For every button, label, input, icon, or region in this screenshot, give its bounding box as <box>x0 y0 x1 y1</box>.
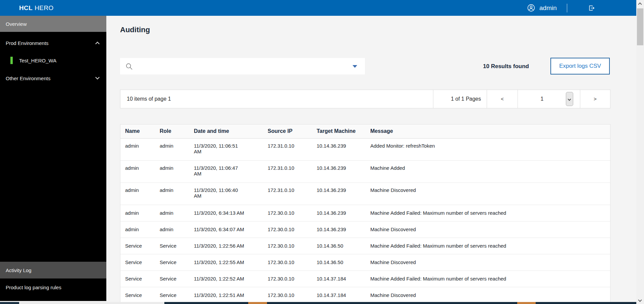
table-cell: Service <box>155 238 189 254</box>
search-input[interactable] <box>132 58 353 74</box>
sidebar-item-product-log-parsing-rules[interactable]: Product log parsing rules <box>0 278 106 296</box>
table-row: adminadmin11/3/2020, 11:06:47 AM172.31.0… <box>120 160 610 183</box>
table-cell: 11/3/2020, 11:06:47 AM <box>189 160 263 183</box>
sidebar-item-label: Prod Environments <box>6 40 49 46</box>
table-cell: Machine Discovered <box>366 183 610 205</box>
table-row: ServiceService11/3/2020, 1:22:51 AM172.3… <box>120 287 610 302</box>
items-of-page-text: 10 items of page 1 <box>120 90 433 108</box>
footer-strip-orange <box>517 302 536 304</box>
table-cell: 10.14.37.184 <box>312 270 366 287</box>
table-cell: Machine Discovered <box>366 221 610 238</box>
sidebar-item-other-environments[interactable]: Other Environments <box>0 71 106 86</box>
username[interactable]: admin <box>539 4 557 12</box>
pagination-bar: 10 items of page 1 1 of 1 Pages < 1 > <box>120 90 610 108</box>
column-header: Name <box>120 124 155 138</box>
scrollbar-thumb[interactable] <box>637 8 643 45</box>
audit-table-body: adminadmin11/3/2020, 11:06:51 AM172.31.0… <box>120 138 610 302</box>
sidebar-item-label: Test_HERO_WA <box>19 58 56 63</box>
column-header: Role <box>155 124 189 138</box>
table-cell: admin <box>120 221 155 238</box>
table-cell: 11/3/2020, 1:22:51 AM <box>189 287 263 302</box>
table-cell: 172.30.0.10 <box>263 205 312 221</box>
footer-strip-navy <box>164 302 248 304</box>
table-cell: admin <box>155 205 189 221</box>
sidebar-item-overview[interactable]: Overview <box>0 16 106 32</box>
column-header: Target Machine <box>312 124 366 138</box>
scroll-down-arrow-icon[interactable] <box>638 298 642 302</box>
select-scroll-widget[interactable] <box>566 92 573 106</box>
vertical-scrollbar[interactable] <box>636 0 644 304</box>
table-cell: 10.14.36.239 <box>312 205 366 221</box>
table-cell: Machine Discovered <box>366 287 610 302</box>
sidebar-item-label: Activity Log <box>6 267 32 273</box>
sidebar-item-label: Overview <box>6 21 27 27</box>
column-header: Message <box>366 124 610 138</box>
chevron-up-icon <box>95 42 100 46</box>
table-cell: 172.30.0.10 <box>263 254 312 270</box>
sidebar-item-prod-environments[interactable]: Prod Environments <box>0 36 106 50</box>
magnifier-icon <box>126 63 132 70</box>
table-cell: 172.30.0.10 <box>263 221 312 238</box>
sidebar-item-activity-log[interactable]: Activity Log <box>0 262 106 278</box>
scroll-up-arrow-icon[interactable] <box>638 2 642 6</box>
caret-down-icon[interactable] <box>353 65 357 68</box>
column-header: Source IP <box>263 124 312 138</box>
table-cell: Machine Added Failed: Maximum number of … <box>366 270 610 287</box>
table-cell: Machine Added Failed: Maximum number of … <box>366 205 610 221</box>
footer-strip-navy <box>536 302 636 304</box>
user-area: admin <box>527 0 595 16</box>
logout-icon[interactable] <box>588 4 595 12</box>
table-cell: 11/3/2020, 6:34:13 AM <box>189 205 263 221</box>
table-cell: 172.30.0.10 <box>263 287 312 302</box>
next-page-button[interactable]: > <box>580 90 610 108</box>
footer-strip-dark <box>0 302 19 304</box>
table-cell: 10.14.36.239 <box>312 138 366 160</box>
table-cell: 11/3/2020, 1:22:52 AM <box>189 270 263 287</box>
table-cell: 172.31.0.10 <box>263 138 312 160</box>
table-cell: 11/3/2020, 11:06:51 AM <box>189 138 263 160</box>
table-cell: Service <box>155 270 189 287</box>
table-cell: 11/3/2020, 1:22:56 AM <box>189 238 263 254</box>
environment-status-indicator <box>10 57 13 64</box>
top-bar: HCL HERO admin <box>0 0 636 16</box>
export-logs-csv-button[interactable]: Export logs CSV <box>550 58 610 74</box>
table-cell: 10.14.36.50 <box>312 254 366 270</box>
logo-hero: HERO <box>35 4 54 12</box>
table-row: ServiceService11/3/2020, 1:22:56 AM172.3… <box>120 238 610 254</box>
table-cell: admin <box>155 160 189 183</box>
sidebar-item-test-hero-wa[interactable]: Test_HERO_WA <box>0 53 106 68</box>
table-cell: 10.14.36.50 <box>312 238 366 254</box>
search-box <box>120 58 365 74</box>
app-logo: HCL HERO <box>19 0 54 16</box>
table-cell: 10.14.37.184 <box>312 287 366 302</box>
table-cell: 172.30.0.10 <box>263 270 312 287</box>
footer-strip-orange <box>248 302 267 304</box>
table-cell: 172.31.0.10 <box>263 160 312 183</box>
footer-strip-light <box>19 302 164 304</box>
column-header: Date and time <box>189 124 263 138</box>
table-cell: Service <box>155 254 189 270</box>
table-cell: admin <box>155 221 189 238</box>
table-cell: 10.14.36.239 <box>312 183 366 205</box>
footer-strip-navy <box>267 302 517 304</box>
previous-page-button[interactable]: < <box>487 90 518 108</box>
table-cell: Machine Added Failed: Maximum number of … <box>366 238 610 254</box>
user-circle-icon <box>527 4 535 12</box>
sidebar-item-label: Product log parsing rules <box>6 285 61 290</box>
table-cell: Added Monitor: refreshToken <box>366 138 610 160</box>
table-row: adminadmin11/3/2020, 11:06:51 AM172.31.0… <box>120 138 610 160</box>
audit-log-table-container: NameRoleDate and timeSource IPTarget Mac… <box>120 124 610 302</box>
table-cell: Machine Discovered <box>366 254 610 270</box>
table-cell: admin <box>120 160 155 183</box>
table-cell: 10.14.36.239 <box>312 160 366 183</box>
table-row: ServiceService11/3/2020, 1:22:55 AM172.3… <box>120 254 610 270</box>
header-divider <box>567 4 567 12</box>
page-number-select[interactable]: 1 <box>518 90 580 108</box>
results-count: 10 Results found <box>455 58 529 74</box>
table-cell: admin <box>155 183 189 205</box>
page-count-text: 1 of 1 Pages <box>433 90 487 108</box>
table-cell: 11/3/2020, 1:22:55 AM <box>189 254 263 270</box>
sidebar-item-label: Other Environments <box>6 75 50 81</box>
table-header-row: NameRoleDate and timeSource IPTarget Mac… <box>120 124 610 138</box>
table-cell: 172.30.0.10 <box>263 238 312 254</box>
